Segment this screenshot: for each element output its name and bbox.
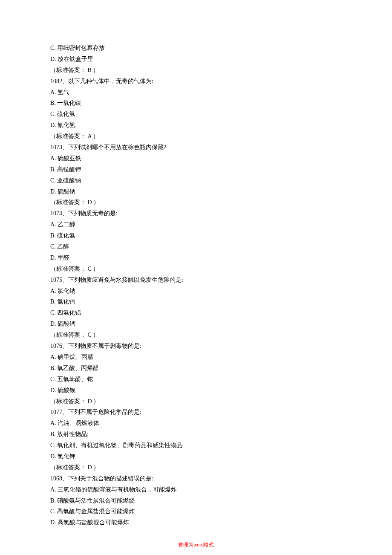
footer-prefix: 整理为 [178,542,193,548]
option-line: C. 硫化氢 [50,109,342,120]
option-line: A. 三氧化铬的硫酸溶液与有机物混合，可能爆炸 [50,484,342,495]
option-line: B. 硫化氢 [50,230,342,241]
answer-line: （标准答案： C ） [50,330,342,341]
option-line: C. 高氯酸与金属盐混合可能爆炸 [50,506,342,517]
page-footer: 整理为word格式 [50,540,342,549]
question-stem: 1073、下列试剂哪个不用放在棕色瓶内保藏? [50,142,342,153]
answer-line: （标准答案： B ） [50,65,342,76]
answer-line: （标准答案： D ） [50,197,342,208]
answer-line: （标准答案： D ） [50,462,342,473]
option-line: D. 放在铁盒子里 [50,54,342,65]
option-line: C. 氧化剂、有机过氧化物、剧毒药品和感染性物品 [50,440,342,451]
option-line: A. 汽油、易燃液体 [50,418,342,429]
question-stem: 1075、下列物质应避免与水接触以免发生危险的是: [50,275,342,286]
option-line: A. 乙二醇 [50,219,342,230]
option-line: B. 氯化钙 [50,296,342,307]
option-line: C. 五氯苯酚、铊 [50,374,342,385]
option-line: D. 高氯酸与盐酸混合可能爆炸 [50,517,342,528]
footer-suffix: 格式 [204,542,214,548]
option-line: C. 乙醇 [50,241,342,252]
option-line: A. 硫酸亚铁 [50,153,342,164]
option-line: D. 硫酸钡 [50,385,342,396]
question-stem: 1074、下列物质无毒的是: [50,208,342,219]
option-line: C. 用纸密封包裹存放 [50,43,342,54]
document-page: C. 用纸密封包裹存放D. 放在铁盒子里（标准答案： B ）1082、以下几种气… [0,0,392,555]
question-stem: 1077、下列不属于危险化学品的是: [50,407,342,418]
option-line: A. 氢气 [50,87,342,98]
option-line: B. 高锰酸钾 [50,164,342,175]
option-line: D. 硫酸钠 [50,186,342,197]
answer-line: （标准答案： C ） [50,263,342,275]
answer-line: （标准答案： D ） [50,396,342,407]
option-line: B. 氯乙酸、丙烯醛 [50,363,342,374]
question-stem: 1082、以下几种气体中，无毒的气体为: [50,76,342,87]
option-line: A. 碘甲烷、丙腈 [50,352,342,363]
question-list: C. 用纸密封包裹存放D. 放在铁盒子里（标准答案： B ）1082、以下几种气… [50,43,342,528]
question-stem: 1068、下列关于混合物的描述错误的是: [50,473,342,484]
question-stem: 1076、下列物质不属于剧毒物的是: [50,341,342,352]
option-line: D. 氯化钾 [50,451,342,462]
option-line: D. 甲醛 [50,252,342,263]
answer-line: （标准答案： A ） [50,131,342,142]
option-line: B. 硝酸氨与活性炭混合可能燃烧 [50,495,342,506]
option-line: A. 氯化钠 [50,286,342,297]
option-line: D. 氰化氢 [50,120,342,131]
option-line: C. 亚硫酸钠 [50,175,342,186]
option-line: C. 四氢化铝 [50,307,342,318]
footer-word: word [193,542,204,548]
option-line: B. 放射性物品; [50,429,342,440]
option-line: B. 一氧化碳 [50,98,342,109]
option-line: D. 硫酸钙 [50,318,342,330]
